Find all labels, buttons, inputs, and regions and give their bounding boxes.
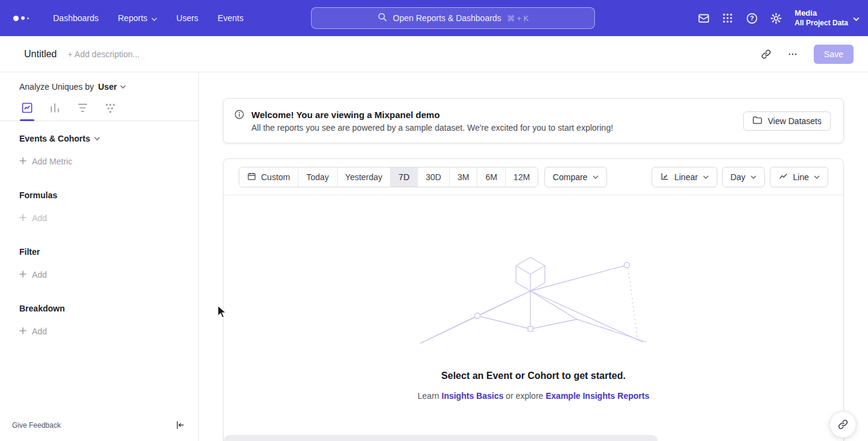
chart-display-controls: Linear Day Line bbox=[652, 167, 828, 187]
chevron-down-icon bbox=[94, 137, 100, 140]
add-filter-button[interactable]: Add bbox=[0, 270, 198, 280]
date-range-30d[interactable]: 30D bbox=[418, 167, 450, 187]
events-cohorts-section[interactable]: Events & Cohorts bbox=[0, 121, 198, 143]
search-shortcut: ⌘ + K bbox=[507, 14, 529, 23]
give-feedback-link[interactable]: Give Feedback bbox=[12, 421, 61, 430]
messages-icon[interactable] bbox=[693, 8, 714, 28]
nav-item-label: Dashboards bbox=[53, 13, 99, 23]
compare-label: Compare bbox=[553, 172, 588, 182]
apps-grid-icon[interactable] bbox=[717, 8, 738, 28]
nav-right-cluster: ? Media All Project Data bbox=[693, 0, 860, 36]
tab-funnel-icon[interactable] bbox=[74, 102, 92, 120]
nav-item-events[interactable]: Events bbox=[208, 0, 253, 36]
empty-state-title: Select an Event or Cohort to get started… bbox=[224, 371, 843, 381]
nav-item-reports[interactable]: Reports bbox=[108, 0, 167, 36]
plus-icon bbox=[19, 157, 27, 166]
date-range-6m[interactable]: 6M bbox=[477, 167, 505, 187]
chevron-down-icon bbox=[814, 175, 820, 179]
learn-prefix: Learn bbox=[418, 391, 442, 401]
date-range-today[interactable]: Today bbox=[298, 167, 337, 187]
view-datasets-button[interactable]: View Datasets bbox=[743, 111, 831, 131]
nav-item-label: Users bbox=[177, 13, 199, 23]
insights-chart-card: Custom Today Yesterday 7D 30D 3M 6M 12M … bbox=[223, 158, 844, 441]
add-formula-button[interactable]: Add bbox=[0, 213, 198, 223]
date-range-custom[interactable]: Custom bbox=[239, 167, 298, 187]
date-range-label: Custom bbox=[261, 172, 290, 182]
metric-type-tabs bbox=[0, 92, 198, 121]
report-title[interactable]: Untitled bbox=[24, 49, 57, 60]
folder-icon bbox=[752, 116, 763, 127]
events-cohorts-label: Events & Cohorts bbox=[19, 134, 90, 143]
interval-dropdown[interactable]: Day bbox=[722, 167, 765, 187]
calendar-icon bbox=[247, 172, 256, 183]
save-button[interactable]: Save bbox=[814, 45, 854, 64]
project-switcher[interactable]: Media All Project Data bbox=[794, 8, 860, 28]
filter-section-title: Filter bbox=[0, 247, 198, 257]
date-range-label: 12M bbox=[514, 172, 530, 182]
chevron-down-icon bbox=[853, 13, 860, 23]
date-range-label: 7D bbox=[398, 172, 409, 182]
nav-item-users[interactable]: Users bbox=[167, 0, 209, 36]
settings-gear-icon[interactable] bbox=[766, 8, 786, 28]
date-range-label: 6M bbox=[485, 172, 497, 182]
search-icon bbox=[377, 12, 388, 24]
nav-item-dashboards[interactable]: Dashboards bbox=[43, 0, 108, 36]
report-header: Untitled + Add description... Save bbox=[0, 36, 868, 72]
help-icon[interactable]: ? bbox=[741, 8, 762, 28]
project-subtitle: All Project Data bbox=[794, 19, 848, 28]
compare-dropdown[interactable]: Compare bbox=[544, 167, 607, 187]
info-icon bbox=[234, 109, 245, 122]
scale-label: Linear bbox=[675, 172, 698, 182]
chart-type-dropdown[interactable]: Line bbox=[770, 167, 828, 187]
svg-text:?: ? bbox=[750, 14, 753, 22]
tab-flows-icon[interactable] bbox=[101, 102, 119, 120]
empty-state-links: Learn Insights Basics or explore Example… bbox=[224, 391, 843, 401]
chevron-down-icon bbox=[151, 13, 157, 23]
date-range-12m[interactable]: 12M bbox=[506, 167, 538, 187]
top-navbar: Dashboards Reports Users Events Open Rep… bbox=[0, 0, 868, 36]
links-connector: or explore bbox=[503, 391, 546, 401]
date-range-7d[interactable]: 7D bbox=[391, 167, 418, 187]
add-description-field[interactable]: + Add description... bbox=[68, 49, 139, 59]
more-options-icon[interactable] bbox=[782, 44, 803, 64]
analyze-by-dropdown[interactable]: User bbox=[98, 82, 126, 92]
example-reports-link[interactable]: Example Insights Reports bbox=[546, 391, 649, 401]
formulas-section-title: Formulas bbox=[0, 190, 198, 200]
date-range-yesterday[interactable]: Yesterday bbox=[338, 167, 391, 187]
linear-scale-icon bbox=[660, 172, 670, 183]
line-chart-icon bbox=[778, 172, 788, 183]
banner-title: Welcome! You are viewing a Mixpanel demo bbox=[251, 110, 613, 120]
nav-item-label: Reports bbox=[118, 13, 148, 23]
analyze-label: Analyze Uniques by bbox=[19, 82, 94, 92]
global-search-bar[interactable]: Open Reports & Dashboards ⌘ + K bbox=[311, 7, 595, 29]
date-range-3m[interactable]: 3M bbox=[450, 167, 477, 187]
project-name: Media bbox=[794, 8, 848, 19]
tab-insights-icon[interactable] bbox=[18, 102, 36, 120]
date-range-label: Today bbox=[306, 172, 329, 182]
banner-text: Welcome! You are viewing a Mixpanel demo… bbox=[251, 110, 613, 133]
add-metric-label: Add Metric bbox=[32, 157, 72, 166]
add-metric-button[interactable]: Add Metric bbox=[0, 157, 198, 166]
scale-dropdown[interactable]: Linear bbox=[652, 167, 717, 187]
welcome-banner: Welcome! You are viewing a Mixpanel demo… bbox=[223, 98, 844, 143]
tab-bar-chart-icon[interactable] bbox=[46, 102, 64, 120]
collapse-sidebar-icon[interactable] bbox=[175, 420, 185, 430]
mixpanel-logo-icon[interactable] bbox=[13, 16, 29, 21]
date-range-label: 30D bbox=[426, 172, 441, 182]
add-breakdown-button[interactable]: Add bbox=[0, 327, 198, 336]
banner-body: All the reports you see are powered by a… bbox=[251, 123, 613, 133]
analyze-by-value: User bbox=[98, 82, 117, 92]
copy-link-icon[interactable] bbox=[756, 44, 776, 64]
empty-state-illustration bbox=[419, 255, 648, 347]
nav-item-label: Events bbox=[218, 13, 244, 23]
share-link-fab[interactable] bbox=[829, 411, 857, 438]
insights-basics-link[interactable]: Insights Basics bbox=[442, 391, 504, 401]
plus-icon bbox=[19, 213, 27, 223]
chart-type-label: Line bbox=[793, 172, 809, 182]
add-breakdown-label: Add bbox=[32, 327, 47, 336]
bottom-panel-edge bbox=[224, 435, 658, 441]
plus-icon bbox=[19, 270, 27, 280]
add-filter-label: Add bbox=[32, 270, 47, 280]
chart-controls-bar: Custom Today Yesterday 7D 30D 3M 6M 12M … bbox=[224, 159, 843, 195]
query-builder-sidebar: Analyze Uniques by User Events & Cohorts bbox=[0, 72, 199, 441]
